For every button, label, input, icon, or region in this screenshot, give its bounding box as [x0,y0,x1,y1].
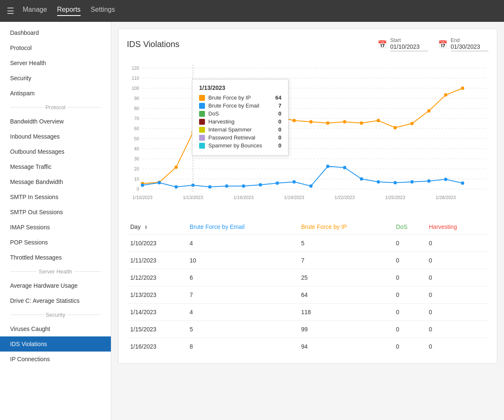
end-date-control: 📅 End 01/30/2023 [438,37,488,51]
start-date-control: 📅 Start 01/10/2023 [378,37,428,51]
end-calendar-icon[interactable]: 📅 [438,40,447,49]
sidebar-item-dashboard[interactable]: Dashboard [0,25,111,40]
nav-links: Manage Reports Settings [23,6,115,16]
cell-brute-email: 10 [186,252,298,269]
tooltip-color-brute-email [199,103,205,109]
tooltip-date: 1/13/2023 [199,84,281,91]
report-header: IDS Violations 📅 Start 01/10/2023 📅 End [127,37,488,51]
cell-dos: 0 [393,235,425,252]
svg-text:1/13/2023: 1/13/2023 [183,195,203,200]
svg-text:0: 0 [136,186,139,192]
tooltip-label-dos: DoS [208,110,275,117]
table-row: 1/10/2023 4 5 0 0 [127,235,488,252]
th-day[interactable]: Day ⬆ [127,219,186,235]
sidebar-item-message-bandwidth[interactable]: Message Bandwidth [0,174,111,189]
sidebar-item-server-health[interactable]: Server Health [0,55,111,71]
svg-point-53 [259,183,262,186]
cell-brute-ip: 5 [298,235,393,252]
th-dos[interactable]: DoS [393,219,425,235]
sidebar-section-security: Security [0,308,111,321]
cell-dos: 0 [393,338,425,355]
svg-point-56 [309,184,312,188]
chart-tooltip: 1/13/2023 Brute Force by IP 64 Brute For… [192,79,289,156]
svg-point-35 [292,119,296,122]
sidebar-item-ip-connections[interactable]: IP Connections [0,352,111,367]
tooltip-row-password-retrieval: Password Retrieval 0 [199,134,281,141]
date-controls: 📅 Start 01/10/2023 📅 End 01/30/2023 [378,37,488,51]
svg-point-63 [427,179,430,183]
data-table: Day ⬆ Brute Force by Email Brute Force b… [127,219,488,355]
end-label: End [451,37,488,43]
sidebar-item-avg-hardware-usage[interactable]: Average Hardware Usage [0,278,111,293]
cell-brute-ip: 99 [298,321,393,338]
start-calendar-icon[interactable]: 📅 [378,40,387,49]
th-brute-email[interactable]: Brute Force by Email [186,219,298,235]
cell-brute-ip: 94 [298,338,393,355]
tooltip-color-dos [199,111,205,117]
table-row: 1/13/2023 7 64 0 0 [127,286,488,304]
svg-point-47 [158,181,161,184]
start-label: Start [390,37,428,43]
svg-text:90: 90 [134,96,139,101]
cell-day: 1/10/2023 [127,235,186,252]
svg-text:1/22/2023: 1/22/2023 [335,195,355,200]
svg-point-62 [410,180,414,184]
nav-reports[interactable]: Reports [57,6,81,16]
sidebar-item-antispam[interactable]: Antispam [0,86,111,101]
start-date-value[interactable]: 01/10/2023 [390,43,428,51]
cell-brute-ip: 118 [298,304,393,321]
report-panel: IDS Violations 📅 Start 01/10/2023 📅 End [118,29,497,364]
svg-point-52 [242,184,245,188]
tooltip-label-harvesting: Harvesting [208,118,275,125]
sidebar-item-throttled-messages[interactable]: Throttled Messages [0,250,111,265]
th-harvesting[interactable]: Harvesting [425,219,488,235]
svg-text:30: 30 [134,156,139,161]
cell-harvesting: 0 [425,286,488,304]
svg-text:20: 20 [134,166,139,171]
sidebar-item-smtp-in-sessions[interactable]: SMTP In Sessions [0,189,111,205]
sidebar-item-protocol[interactable]: Protocol [0,40,111,55]
svg-text:1/28/2023: 1/28/2023 [436,195,456,200]
sidebar-item-imap-sessions[interactable]: IMAP Sessions [0,220,111,235]
tooltip-value-dos: 0 [278,110,281,117]
end-date-value[interactable]: 01/30/2023 [451,43,488,51]
nav-manage[interactable]: Manage [23,6,47,16]
tooltip-value-internal-spammer: 0 [278,126,281,133]
sidebar-item-viruses-caught[interactable]: Viruses Caught [0,321,111,336]
svg-point-41 [394,126,397,129]
sidebar-item-ids-violations[interactable]: IDS Violations [0,336,111,352]
tooltip-row-spammer-bounces: Spammer by Bounces 0 [199,142,281,149]
sidebar-item-bandwidth-overview[interactable]: Bandwidth Overview [0,114,111,129]
table-row: 1/11/2023 10 7 0 0 [127,252,488,269]
sidebar-item-smtp-out-sessions[interactable]: SMTP Out Sessions [0,205,111,220]
hamburger-icon[interactable]: ☰ [7,6,14,16]
sidebar-item-pop-sessions[interactable]: POP Sessions [0,235,111,250]
svg-point-39 [360,121,363,125]
sidebar-item-message-traffic[interactable]: Message Traffic [0,159,111,174]
table-row: 1/14/2023 4 118 0 0 [127,304,488,321]
cell-day: 1/15/2023 [127,321,186,338]
cell-brute-ip: 64 [298,286,393,304]
sidebar-item-inbound-messages[interactable]: Inbound Messages [0,129,111,144]
cell-day: 1/11/2023 [127,252,186,269]
cell-day: 1/12/2023 [127,269,186,286]
svg-point-38 [343,120,346,123]
cell-dos: 0 [393,321,425,338]
tooltip-label-internal-spammer: Internal Spammer [208,126,275,133]
nav-settings[interactable]: Settings [91,6,115,16]
svg-point-57 [326,165,330,168]
sidebar-item-drive-c-avg[interactable]: Drive C: Average Statistics [0,293,111,308]
tooltip-value-harvesting: 0 [278,118,281,125]
sidebar-item-security[interactable]: Security [0,71,111,86]
th-brute-ip[interactable]: Brute Force by IP [298,219,393,235]
cell-brute-email: 4 [186,235,298,252]
sidebar-item-outbound-messages[interactable]: Outbound Messages [0,144,111,159]
tooltip-color-brute-ip [199,95,205,101]
svg-point-45 [461,87,464,90]
cell-harvesting: 0 [425,338,488,355]
svg-point-42 [410,122,414,125]
tooltip-row-internal-spammer: Internal Spammer 0 [199,126,281,133]
svg-text:1/16/2023: 1/16/2023 [234,195,254,200]
tooltip-row-harvesting: Harvesting 0 [199,118,281,125]
cell-dos: 0 [393,286,425,304]
